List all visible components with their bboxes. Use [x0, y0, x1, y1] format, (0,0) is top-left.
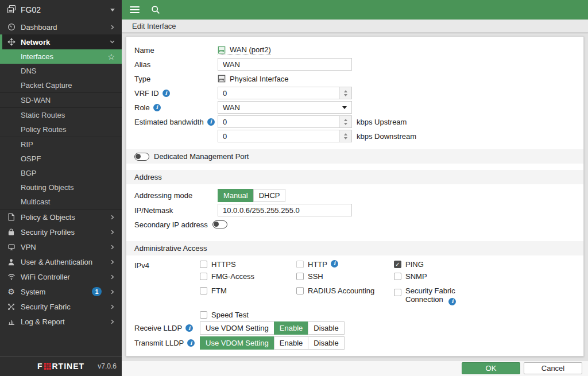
ip-netmask-input[interactable]	[218, 204, 352, 216]
sidebar-item-interfaces[interactable]: Interfaces ☆	[0, 49, 122, 64]
sidebar-item-packet-capture[interactable]: Packet Capture	[0, 78, 122, 92]
checkbox-icon[interactable]	[200, 261, 207, 268]
sidebar-item-multicast[interactable]: Multicast	[0, 195, 122, 209]
downstream-input[interactable]	[218, 130, 339, 142]
sidebar-item-security-profiles[interactable]: Security Profiles	[0, 224, 122, 239]
sidebar: FG02 Dashboard	[0, 0, 122, 376]
checkbox-speed-test[interactable]: Speed Test	[200, 309, 296, 319]
checkbox-https[interactable]: HTTPS	[200, 260, 296, 269]
role-select[interactable]: WAN	[218, 101, 352, 114]
checkbox-icon[interactable]	[394, 289, 401, 296]
device-selector[interactable]: FG02	[0, 0, 122, 20]
chevron-right-icon	[110, 215, 115, 220]
sidebar-item-label: Security Profiles	[21, 228, 75, 237]
sidebar-item-label: Policy & Objects	[21, 213, 75, 222]
star-icon[interactable]: ☆	[107, 52, 115, 61]
checkbox-checked-icon[interactable]: ✓	[394, 261, 401, 268]
alias-row: Alias	[134, 58, 575, 71]
sidebar-item-label: WiFi Controller	[21, 273, 70, 281]
checkbox-icon[interactable]	[394, 273, 401, 280]
checkbox-radius-accounting[interactable]: RADIUS Accounting	[296, 284, 394, 305]
dedicated-mgmt-toggle[interactable]	[134, 153, 149, 161]
bandwidth-label: Estimated bandwidth	[134, 118, 204, 126]
notification-badge: 1	[92, 287, 102, 296]
sidebar-item-log-report[interactable]: Log & Report	[0, 314, 122, 329]
vrf-label: VRF ID	[134, 89, 159, 98]
secondary-ip-toggle[interactable]	[212, 220, 227, 228]
sidebar-item-dashboard[interactable]: Dashboard	[0, 20, 122, 34]
checkbox-ssh[interactable]: SSH	[296, 272, 394, 281]
use-vdom-setting-button[interactable]: Use VDOM Setting	[200, 336, 274, 350]
sidebar-item-policy-objects[interactable]: Policy & Objects	[0, 210, 122, 224]
sidebar-item-security-fabric[interactable]: Security Fabric	[0, 299, 122, 314]
info-icon[interactable]: i	[163, 90, 170, 97]
sidebar-item-label: VPN	[21, 243, 36, 251]
enable-button[interactable]: Enable	[274, 336, 308, 350]
menu-icon[interactable]	[130, 6, 140, 13]
checkbox-icon[interactable]	[200, 273, 207, 280]
sidebar-item-dns[interactable]: DNS	[0, 64, 122, 78]
spinner-buttons[interactable]	[339, 87, 351, 99]
checkbox-icon[interactable]	[296, 273, 304, 280]
section-title: Administrative Access	[134, 244, 207, 253]
checkbox-icon[interactable]	[296, 287, 304, 294]
sidebar-item-user-authentication[interactable]: User & Authentication	[0, 254, 122, 269]
spinner-buttons[interactable]	[339, 116, 351, 127]
checkbox-snmp[interactable]: SNMP	[394, 272, 480, 281]
checkbox-icon[interactable]	[200, 311, 207, 319]
info-icon[interactable]: i	[448, 298, 456, 305]
search-icon[interactable]	[151, 5, 160, 14]
alias-label: Alias	[134, 60, 218, 69]
sidebar-item-static-routes[interactable]: Static Routes	[0, 108, 122, 122]
sidebar-item-network[interactable]: Network	[0, 34, 122, 49]
spinner-buttons[interactable]	[339, 130, 351, 142]
info-icon[interactable]: i	[187, 339, 195, 347]
checkbox-icon[interactable]	[296, 261, 304, 268]
checkbox-icon[interactable]	[200, 287, 207, 294]
chevron-right-icon	[110, 259, 115, 265]
sidebar-item-routing-objects[interactable]: Routing Objects	[0, 180, 122, 195]
vrf-input[interactable]	[218, 87, 339, 99]
sidebar-item-label: User & Authentication	[21, 258, 92, 266]
disable-button[interactable]: Disable	[308, 321, 344, 335]
sidebar-item-bgp[interactable]: BGP	[0, 166, 122, 180]
sidebar-item-label: Dashboard	[21, 23, 57, 32]
info-icon[interactable]: i	[185, 324, 193, 332]
name-row: Name WAN (port2)	[134, 44, 575, 56]
gear-icon: ⚙	[7, 287, 16, 296]
page-title: Edit Interface	[132, 22, 176, 30]
info-icon[interactable]: i	[153, 104, 161, 111]
sidebar-item-vpn[interactable]: VPN	[0, 239, 122, 254]
alias-input[interactable]	[218, 58, 352, 71]
upstream-input[interactable]	[218, 116, 339, 127]
sidebar-item-rip[interactable]: RIP	[0, 137, 122, 152]
brand-text: RTINET	[52, 362, 85, 371]
sidebar-item-sd-wan[interactable]: SD-WAN	[0, 93, 122, 107]
checkbox-ftm[interactable]: FTM	[200, 284, 296, 305]
dhcp-button[interactable]: DHCP	[253, 189, 286, 202]
checkbox-security-fabric-connection[interactable]: Security Fabric Connection i	[394, 284, 480, 305]
sidebar-item-system[interactable]: ⚙ System 1	[0, 284, 122, 299]
enable-button[interactable]: Enable	[274, 321, 308, 335]
sidebar-item-label: DNS	[21, 67, 36, 75]
checkbox-fmg-access[interactable]: FMG-Access	[200, 272, 296, 281]
interface-name-link[interactable]: WAN (port2)	[218, 45, 271, 55]
sidebar-item-ospf[interactable]: OSPF	[0, 152, 122, 166]
info-icon[interactable]: i	[207, 118, 215, 126]
main-area: Edit Interface Name WAN (port2)	[122, 0, 588, 376]
ok-button[interactable]: OK	[462, 362, 520, 374]
receive-lldp-segment: Use VDOM Setting Enable Disable	[200, 321, 345, 335]
cancel-button[interactable]: Cancel	[524, 362, 582, 374]
checkbox-http[interactable]: HTTP i	[296, 260, 394, 269]
checkbox-ping[interactable]: ✓ PING	[394, 260, 480, 269]
sidebar-item-label: Routing Objects	[21, 183, 74, 192]
upstream-unit: kbps Upstream	[357, 118, 407, 126]
info-icon[interactable]: i	[331, 260, 338, 268]
use-vdom-setting-button[interactable]: Use VDOM Setting	[200, 321, 274, 335]
manual-button[interactable]: Manual	[218, 189, 254, 202]
sidebar-item-policy-routes[interactable]: Policy Routes	[0, 122, 122, 137]
sidebar-item-wifi-controller[interactable]: WiFi Controller	[0, 269, 122, 284]
port-icon-dark	[218, 75, 226, 83]
disable-button[interactable]: Disable	[308, 336, 344, 350]
vrf-row: VRF ID i	[134, 87, 575, 99]
